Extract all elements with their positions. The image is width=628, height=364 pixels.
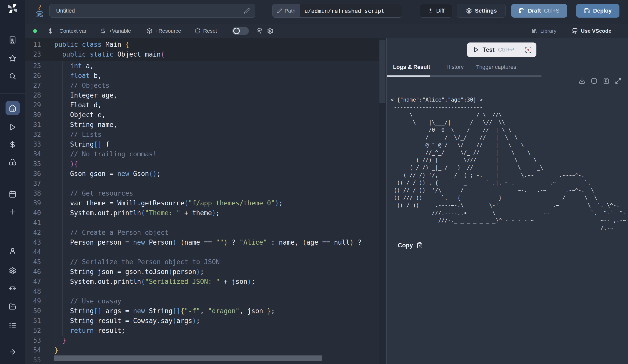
code-line[interactable]: 44 [25, 247, 379, 257]
add-context-var-button[interactable]: +Context var [48, 28, 87, 34]
add-resource-button[interactable]: +Resource [146, 28, 181, 34]
code-line[interactable]: 37 [25, 179, 379, 189]
users-icon-button[interactable] [256, 28, 263, 34]
code-line[interactable]: 32 // Lists [25, 130, 379, 140]
sidebar-item-home-icon[interactable] [6, 101, 20, 115]
vertical-scrollbar-thumb[interactable] [379, 40, 385, 103]
code-line[interactable]: 27 // Objects [25, 81, 379, 90]
sidebar-item-folders-icon[interactable] [7, 301, 18, 312]
topbar: Java Untitled Path u/admin/refreshed_scr… [25, 0, 628, 24]
code-line[interactable]: 41 [25, 218, 379, 228]
diff-button-label: Diff [436, 8, 445, 14]
code-line[interactable]: 46 String json = gson.toJson(person); [25, 267, 379, 277]
sidebar-item-user-icon[interactable] [7, 245, 18, 256]
code-line[interactable]: 40 System.out.println("Theme: " + theme)… [25, 208, 379, 218]
tab-history[interactable]: History [446, 58, 463, 77]
workspace-building-icon[interactable] [7, 34, 18, 46]
result-panel: Test Ctrl+↵ Logs & Result History Trigge… [387, 38, 628, 364]
code-line[interactable]: 30 Object e, [25, 110, 379, 120]
copy-label: Copy [398, 242, 413, 249]
result-ascii-output: ____________________________ < {"name":"… [390, 88, 628, 232]
maximize-icon[interactable] [615, 78, 621, 84]
tab-trigger-captures[interactable]: Trigger captures [476, 58, 516, 77]
sidebar-item-settings-gear-icon[interactable] [7, 265, 18, 276]
code-line[interactable]: 23 public static Object main( [25, 50, 379, 59]
script-title-input[interactable]: Untitled [49, 4, 255, 18]
code-line[interactable]: 38 // Get resources [25, 189, 379, 198]
code-lines[interactable]: 25 int a,26 float b,27 // Objects28 Inte… [25, 61, 379, 364]
tab-logs-result[interactable]: Logs & Result [387, 58, 430, 77]
deploy-button[interactable]: Deploy [576, 4, 619, 18]
path-value[interactable]: u/admin/refreshed_script [300, 4, 402, 17]
settings-button[interactable]: Settings [457, 4, 506, 18]
play-icon [473, 47, 479, 53]
library-button[interactable]: Library [531, 28, 556, 34]
use-vscode-button[interactable]: Use VScode [572, 28, 611, 34]
java-language-icon: Java [35, 5, 44, 19]
sidebar-item-resources-icon[interactable] [7, 157, 18, 168]
draft-kbd-hint: Ctrl+S [544, 8, 560, 14]
settings-button-label: Settings [475, 8, 497, 14]
code-line[interactable]: 47 System.out.println("Serialized JSON: … [25, 277, 379, 287]
draft-button[interactable]: Draft Ctrl+S [511, 4, 567, 18]
sidebar-item-runs-icon[interactable] [7, 122, 18, 133]
editor-settings-gear-button[interactable] [267, 28, 273, 34]
status-dot [33, 29, 37, 33]
gear-icon [267, 28, 273, 34]
horizontal-scrollbar-thumb[interactable] [54, 355, 322, 361]
code-line[interactable]: 54} [25, 345, 379, 355]
edit-path-pencil-icon [277, 8, 282, 13]
info-icon[interactable] [591, 78, 597, 84]
code-editor[interactable]: 11public class Main {23 public static Ob… [25, 38, 379, 364]
sidebar-item-audit-list-icon[interactable] [7, 320, 18, 331]
code-line[interactable]: 53 } [25, 336, 379, 345]
search-icon[interactable] [7, 71, 18, 82]
sidebar-expand-arrow-icon[interactable] [7, 346, 18, 357]
favorites-star-icon[interactable] [7, 53, 18, 64]
code-line[interactable]: 11public class Main { [25, 40, 379, 50]
windmill-logo-icon[interactable] [7, 3, 18, 14]
capture-scope-button[interactable] [520, 46, 536, 53]
code-line[interactable]: 36 Gson gson = new Gson(); [25, 169, 379, 179]
code-line[interactable]: 49 // Use cowsay [25, 296, 379, 306]
clipboard-paste-icon[interactable] [603, 78, 609, 84]
code-line[interactable]: 35 ){ [25, 159, 379, 169]
code-line[interactable]: 25 int a, [25, 61, 379, 71]
code-line[interactable]: 26 float b, [25, 71, 379, 81]
code-line[interactable]: 52 return result; [25, 326, 379, 336]
editor-toolbar: +Context var +Variable +Resource Reset L… [25, 24, 628, 38]
sidebar-add-icon[interactable] [7, 206, 18, 217]
code-line[interactable]: 48 [25, 287, 379, 296]
library-label: Library [540, 28, 556, 34]
deploy-button-label: Deploy [593, 8, 611, 14]
test-button[interactable]: Test Ctrl+↵ [467, 46, 520, 53]
path-label-segment[interactable]: Path [272, 4, 300, 17]
assistant-toggle[interactable] [232, 27, 249, 35]
code-line[interactable]: 29 Float d, [25, 100, 379, 110]
sidebar-item-variables-icon[interactable] [7, 139, 18, 150]
code-line[interactable]: 50 String[] args = new String[]{"-f", "d… [25, 306, 379, 316]
library-icon [531, 28, 537, 34]
code-line[interactable]: 51 String result = Cowsay.say(args); [25, 316, 379, 326]
sidebar-item-workers-bot-icon[interactable] [7, 283, 18, 294]
code-line[interactable]: 39 var theme = Wmill.getResource("f/app_… [25, 198, 379, 208]
test-header: Test Ctrl+↵ [387, 38, 628, 58]
code-line[interactable]: 45 // Serialize the Person object to JSO… [25, 257, 379, 267]
sticky-scroll-lines[interactable]: 11public class Main {23 public static Ob… [25, 38, 379, 61]
code-line[interactable]: 43 Person person = new Person( (name == … [25, 238, 379, 247]
reset-button[interactable]: Reset [194, 28, 217, 34]
diff-button[interactable]: Diff [420, 4, 452, 18]
toggle-knob [233, 28, 240, 34]
script-title-value: Untitled [56, 8, 244, 14]
code-line[interactable]: 31 String name, [25, 120, 379, 130]
code-line[interactable]: 28 Integer age, [25, 90, 379, 100]
sidebar-item-schedules-icon[interactable] [7, 189, 18, 200]
add-variable-button[interactable]: +Variable [100, 28, 131, 34]
edit-title-pencil-icon[interactable] [244, 8, 250, 14]
code-line[interactable]: 33 String[] f [25, 140, 379, 149]
code-line[interactable]: 34 // No trailing commas! [25, 149, 379, 159]
download-icon[interactable] [579, 78, 585, 84]
code-line[interactable]: 42 // Create a Person object [25, 228, 379, 238]
copy-result-button[interactable]: Copy [398, 242, 423, 249]
path-field[interactable]: Path u/admin/refreshed_script [272, 4, 402, 18]
